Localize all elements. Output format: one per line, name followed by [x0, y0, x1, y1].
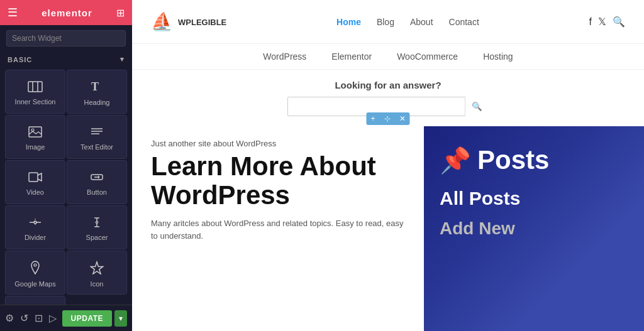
sidebar-bottom: ⚙ ↺ ⊡ ▷ UPDATE ▾	[0, 305, 132, 331]
elementor-delete-button[interactable]: ✕	[395, 112, 410, 125]
pin-icon: 📌	[440, 146, 471, 175]
widget-icon[interactable]: Icon	[67, 251, 127, 295]
video-icon	[28, 171, 42, 185]
button-icon	[90, 171, 104, 185]
section-label: BASIC	[8, 56, 32, 63]
elementor-add-button[interactable]: +	[366, 112, 379, 125]
image-placeholder: 📌 Posts All Posts Add New	[424, 126, 644, 331]
settings-icon[interactable]: ⚙	[5, 312, 14, 324]
site-logo-icon: ⛵	[151, 11, 173, 32]
widget-heading[interactable]: T Heading	[67, 70, 127, 114]
widget-text-editor-label: Text Editor	[80, 143, 113, 151]
social-icons: f 𝕏 🔍	[589, 16, 625, 28]
site-logo: ⛵ WPLEGIBLE	[151, 11, 226, 32]
preview-icon[interactable]: ▷	[49, 312, 57, 324]
heading-icon: T	[90, 80, 104, 95]
svg-rect-0	[28, 82, 42, 92]
sidebar-header: ☰ elementor ⊞	[0, 0, 132, 25]
all-posts-text: All Posts	[440, 188, 520, 209]
widget-wpforms[interactable]: WPForms	[5, 296, 65, 305]
star-icon	[90, 261, 104, 276]
site-search-button[interactable]: 🔍	[465, 97, 489, 116]
responsive-icon[interactable]: ⊡	[35, 312, 43, 324]
hero-title: Learn More About WordPress	[151, 152, 405, 210]
posts-text: Posts	[477, 145, 549, 175]
site-logo-text: WPLEGIBLE	[178, 18, 226, 27]
widget-divider[interactable]: Divider	[5, 205, 65, 249]
subnav-woocommerce[interactable]: WooCommerce	[397, 52, 458, 62]
update-button[interactable]: UPDATE	[62, 310, 112, 327]
widget-image[interactable]: Image	[5, 115, 65, 159]
svg-rect-9	[29, 173, 38, 182]
sub-nav: WordPress Elementor WooCommerce Hosting	[132, 44, 644, 70]
nav-contact[interactable]: Contact	[449, 17, 479, 27]
hero-area: Just another site about WordPress Learn …	[132, 126, 644, 331]
widget-video-label: Video	[26, 188, 44, 196]
bottom-icons: ⚙ ↺ ⊡ ▷	[5, 312, 57, 324]
main-content: ⛵ WPLEGIBLE Home Blog About Contact f 𝕏 …	[132, 0, 644, 331]
hero-text: Just another site about WordPress Learn …	[132, 126, 424, 331]
elementor-search-toolbar: + ⊹ ✕	[366, 112, 409, 125]
widget-spacer-label: Spacer	[86, 234, 108, 241]
section-toggle-icon[interactable]: ▾	[120, 55, 125, 63]
svg-line-25	[97, 222, 98, 224]
widget-button[interactable]: Button	[67, 160, 127, 204]
search-widget-area	[0, 25, 132, 52]
undo-icon[interactable]: ↺	[20, 312, 28, 324]
widget-text-editor[interactable]: Text Editor	[67, 115, 127, 159]
add-new-text: Add New	[440, 219, 515, 239]
widget-spacer[interactable]: Spacer	[67, 205, 127, 249]
search-widget-input[interactable]	[6, 30, 126, 46]
widget-inner-section-label: Inner Section	[15, 98, 56, 106]
text-editor-icon	[90, 126, 104, 139]
facebook-icon[interactable]: f	[589, 16, 592, 28]
inner-section-icon	[28, 81, 43, 94]
nav-home[interactable]: Home	[336, 17, 361, 27]
elementor-move-button[interactable]: ⊹	[380, 112, 395, 125]
nav-blog[interactable]: Blog	[377, 17, 394, 27]
svg-line-24	[96, 222, 97, 224]
widget-icon-label: Icon	[91, 280, 104, 288]
subnav-hosting[interactable]: Hosting	[483, 52, 513, 62]
hero-image: ⤢ 📌 Posts All Posts Add New	[424, 126, 644, 331]
posts-label: 📌 Posts	[440, 145, 549, 175]
spacer-icon	[90, 217, 104, 230]
elementor-logo: elementor	[42, 8, 92, 18]
nav-about[interactable]: About	[410, 17, 433, 27]
map-icon	[29, 261, 42, 276]
svg-text:T: T	[91, 80, 99, 93]
section-header: BASIC ▾	[0, 52, 132, 67]
widgets-grid: Inner Section T Heading Image	[0, 67, 132, 305]
site-main-nav: Home Blog About Contact	[336, 17, 479, 27]
update-dropdown-button[interactable]: ▾	[114, 310, 127, 327]
site-tagline: Just another site about WordPress	[151, 139, 405, 148]
sidebar: ☰ elementor ⊞ BASIC ▾ Inner Section	[0, 0, 132, 331]
image-icon	[28, 126, 42, 139]
widget-google-maps[interactable]: Google Maps	[5, 251, 65, 295]
hamburger-icon[interactable]: ☰	[8, 6, 18, 19]
search-icon[interactable]: 🔍	[613, 16, 625, 28]
widget-divider-label: Divider	[25, 234, 46, 241]
widget-google-maps-label: Google Maps	[14, 280, 55, 288]
svg-point-26	[34, 264, 36, 266]
grid-icon[interactable]: ⊞	[116, 7, 125, 19]
widget-video[interactable]: Video	[5, 160, 65, 204]
search-heading: Looking for an answer?	[151, 80, 625, 90]
widget-heading-label: Heading	[84, 99, 110, 106]
subnav-wordpress[interactable]: WordPress	[263, 52, 306, 62]
site-nav: ⛵ WPLEGIBLE Home Blog About Contact f 𝕏 …	[132, 0, 644, 44]
search-area: Looking for an answer? 🔍 + ⊹ ✕	[132, 70, 644, 126]
widget-button-label: Button	[87, 188, 107, 196]
divider-icon	[28, 217, 42, 230]
hero-description: Many aritcles about WordPress and relate…	[151, 217, 405, 242]
twitter-icon[interactable]: 𝕏	[598, 16, 606, 28]
widget-inner-section[interactable]: Inner Section	[5, 70, 65, 114]
search-wrapper: 🔍 + ⊹ ✕	[287, 97, 489, 116]
subnav-elementor[interactable]: Elementor	[331, 52, 372, 62]
svg-rect-4	[29, 127, 42, 137]
widget-image-label: Image	[26, 143, 45, 151]
